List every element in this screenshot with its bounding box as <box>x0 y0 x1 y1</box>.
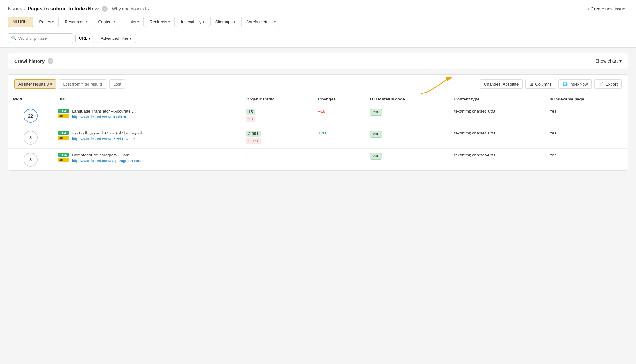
th-url: URL <box>53 93 241 105</box>
th-changes: Changes <box>313 93 365 105</box>
th-organic-traffic: Organic traffic <box>241 93 313 105</box>
table-toolbar: All filter results 3 ▾ Lost from filter … <box>8 75 628 93</box>
show-chart-button[interactable]: Show chart ▾ <box>595 58 622 64</box>
traffic-prev: 33 <box>246 116 255 122</box>
table-row: 3 HTML JS Comptador de paràgrafs - Com… <box>8 149 628 171</box>
breadcrumb-issues[interactable]: Issues <box>8 6 22 12</box>
tab-pages[interactable]: Pages ▾ <box>35 17 59 27</box>
url-cell: HTML JS النصوص - إعادة صياغة النصوص المت… <box>53 127 241 149</box>
html-badge: HTML <box>58 153 69 157</box>
columns-button[interactable]: ⊞ Columns <box>525 79 556 89</box>
url-info: النصوص - إعادة صياغة النصوص المتقدمة … h… <box>72 131 149 141</box>
chevron-down-icon: ▾ <box>114 20 115 24</box>
th-indexable: Is indexable page <box>544 93 628 105</box>
breadcrumb-current: Pages to submit to IndexNow <box>28 6 99 12</box>
http-status-cell: 200 <box>365 127 449 149</box>
changes-absolute-button[interactable]: Changes: Absolute <box>480 79 523 89</box>
js-badge: JS <box>58 136 69 140</box>
url-icons: HTML JS <box>58 131 69 140</box>
indexable-cell: Yes <box>544 105 628 127</box>
indexnow-button[interactable]: 🌐 IndexNow <box>558 79 592 89</box>
indexable-cell: Yes <box>544 149 628 171</box>
chevron-down-icon: ▾ <box>88 36 91 41</box>
changes-cell <box>313 149 365 171</box>
url-info: Comptador de paràgrafs - Com… https://wo… <box>72 153 147 163</box>
table-toolbar-left: All filter results 3 ▾ Lost from filter … <box>14 79 125 89</box>
search-input[interactable] <box>18 36 69 41</box>
sort-icon: ▾ <box>20 97 22 101</box>
html-badge: HTML <box>58 109 69 113</box>
table-row: 3 HTML JS النصوص - إعادة صياغة النصوص ال… <box>8 127 628 149</box>
breadcrumb: Issues / Pages to submit to IndexNow ? W… <box>8 6 150 12</box>
pr-badge: 3 <box>24 131 38 145</box>
content-type-cell: text/html; charset=utf8 <box>449 105 545 127</box>
indexable-cell: Yes <box>544 127 628 149</box>
advanced-filter-button[interactable]: Advanced filter ▾ <box>97 34 136 43</box>
lost-button[interactable]: Lost <box>109 79 126 89</box>
tab-ahrefs-metrics[interactable]: Ahrefs metrics ▾ <box>241 17 280 27</box>
breadcrumb-separator: / <box>24 6 25 12</box>
url-title: Language Translator – Accurate … <box>72 109 136 113</box>
http-status-cell: 200 <box>365 149 449 171</box>
crawl-history-card: Crawl history ? Show chart ▾ <box>8 53 628 69</box>
chevron-down-icon: ▾ <box>50 82 52 86</box>
js-badge: JS <box>58 158 69 162</box>
url-icons: HTML JS <box>58 109 69 118</box>
why-link[interactable]: Why and how to fix <box>112 6 150 11</box>
url-dropdown[interactable]: URL ▾ <box>75 34 94 43</box>
table-row: 22 HTML JS Language Translator – Accurat… <box>8 105 628 127</box>
filter-tabs-row: All URLs Pages ▾ Resources ▾ Content ▾ L… <box>8 17 628 30</box>
pr-badge: 22 <box>24 109 38 123</box>
pr-cell: 22 <box>8 105 53 127</box>
th-content-type: Content type <box>449 93 545 105</box>
chevron-down-icon: ▾ <box>274 20 276 24</box>
tab-resources[interactable]: Resources ▾ <box>60 17 92 27</box>
status-badge: 200 <box>370 131 382 138</box>
url-title: النصوص - إعادة صياغة النصوص المتقدمة … <box>72 131 149 135</box>
change-value: +280 <box>318 131 327 135</box>
th-pr[interactable]: PR ▾ <box>8 93 53 105</box>
url-cell: HTML JS Comptador de paràgrafs - Com… ht… <box>53 149 241 171</box>
chevron-down-icon: ▾ <box>619 58 622 64</box>
tab-links[interactable]: Links ▾ <box>122 17 143 27</box>
changes-cell: –18 <box>313 105 365 127</box>
data-table-card: All filter results 3 ▾ Lost from filter … <box>8 74 628 171</box>
tab-sitemaps[interactable]: Sitemaps ▾ <box>210 17 240 27</box>
traffic-cell: 15 33 <box>241 105 313 127</box>
tab-redirects[interactable]: Redirects ▾ <box>145 17 175 27</box>
pr-cell: 3 <box>8 149 53 171</box>
changes-cell: +280 <box>313 127 365 149</box>
url-link[interactable]: https://wordcount.com/translator <box>72 115 136 119</box>
chevron-down-icon: ▾ <box>86 20 87 24</box>
change-value: –18 <box>318 109 325 113</box>
tab-indexability[interactable]: Indexability ▾ <box>176 17 209 27</box>
crawl-history-help-icon[interactable]: ? <box>48 58 53 64</box>
pr-badge: 3 <box>24 153 38 167</box>
search-filter-row: 🔍 URL ▾ Advanced filter ▾ <box>8 30 628 47</box>
data-table: PR ▾ URL Organic traffic Changes HTTP st… <box>8 93 628 170</box>
chevron-down-icon: ▾ <box>234 20 235 24</box>
lost-from-filter-results-button[interactable]: Lost from filter results <box>59 79 107 89</box>
crawl-history-title: Crawl history ? <box>14 58 53 64</box>
url-info: Language Translator – Accurate … https:/… <box>72 109 136 119</box>
http-status-cell: 200 <box>365 105 449 127</box>
help-icon[interactable]: ? <box>102 6 108 12</box>
export-button[interactable]: 📄 Export <box>594 79 622 89</box>
url-title: Comptador de paràgrafs - Com… <box>72 153 147 157</box>
url-link[interactable]: https://wordcount.com/ca/paragraph-count… <box>72 159 147 163</box>
traffic-current: 15 <box>246 109 255 115</box>
tab-all-urls[interactable]: All URLs <box>8 17 33 27</box>
url-icons: HTML JS <box>58 153 69 162</box>
all-filter-results-button[interactable]: All filter results 3 ▾ <box>14 79 56 89</box>
content-type-cell: text/html; charset=utf8 <box>449 127 545 149</box>
chevron-down-icon: ▾ <box>168 20 170 24</box>
traffic-cell: 0 <box>241 149 313 171</box>
chevron-down-icon: ▾ <box>203 20 204 24</box>
content-type-cell: text/html; charset=utf8 <box>449 149 545 171</box>
create-new-issue-button[interactable]: + Create new issue <box>584 4 628 13</box>
traffic-cell: 2,351 2,071 <box>241 127 313 149</box>
js-badge: JS <box>58 114 69 118</box>
tab-content[interactable]: Content ▾ <box>94 17 121 27</box>
url-link[interactable]: https://wordcount.com/ar/text-rewriter <box>72 137 149 141</box>
th-http-status: HTTP status code <box>365 93 449 105</box>
